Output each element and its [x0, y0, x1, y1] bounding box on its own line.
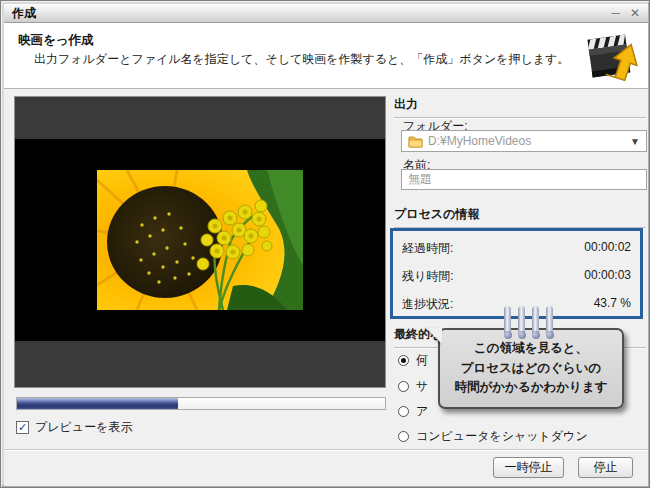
sunflower-frame-image	[97, 170, 303, 310]
dialog-content: ✓ プレビューを表示 出力 フォルダー: D:¥MyHomeVideos ▼ 名…	[4, 89, 648, 449]
minimize-icon[interactable]: ─	[611, 7, 620, 19]
tooltip-line-1: この領域を見ると、	[474, 339, 588, 358]
radio-icon[interactable]	[398, 381, 409, 392]
video-preview-area	[14, 96, 386, 388]
header-title: 映画をっ作成	[18, 32, 94, 49]
progress-status-label: 進捗状況:	[402, 296, 453, 313]
remaining-time-row: 残り時間: 00:00:03	[402, 268, 631, 285]
elapsed-time-label: 経過時間:	[402, 240, 453, 257]
coil-icon	[518, 306, 525, 336]
tooltip-callout: この領域を見ると、 プロセスはどのぐらいの 時間がかかるかわかります	[438, 328, 624, 409]
elapsed-time-value: 00:00:02	[584, 240, 631, 257]
title-bar: 作成 ─ ✕	[4, 4, 648, 23]
radio-option-2-label: サ	[416, 378, 428, 395]
close-icon[interactable]: ✕	[630, 7, 640, 19]
chevron-down-icon[interactable]: ▼	[630, 136, 640, 147]
folder-path-value: D:¥MyHomeVideos	[428, 134, 625, 148]
show-preview-row[interactable]: ✓ プレビューを表示	[16, 419, 132, 436]
tooltip-line-2: プロセスはどのぐらいの	[461, 359, 602, 378]
radio-option-1-label: 何	[416, 352, 428, 369]
process-info-section-title: プロセスの情報	[394, 206, 646, 228]
header-subtitle: 出力フォルダーとファイル名を指定して、そして映画を作製すると、「作成」ボタンを押…	[34, 51, 569, 68]
stop-button[interactable]: 停止	[578, 457, 633, 478]
pause-button[interactable]: 一時停止	[493, 457, 564, 478]
movie-name-value: 無題	[408, 171, 432, 188]
letterbox-top	[15, 97, 385, 139]
remaining-time-value: 00:00:03	[584, 268, 631, 285]
coil-icon	[546, 306, 553, 336]
elapsed-time-row: 経過時間: 00:00:02	[402, 240, 631, 257]
radio-icon[interactable]	[398, 355, 409, 366]
radio-option-1[interactable]: 何	[398, 352, 428, 369]
letterbox-bottom	[15, 341, 385, 387]
radio-option-3-label: ア	[416, 403, 428, 420]
folder-icon	[408, 135, 423, 148]
tooltip-staple-coils	[504, 306, 553, 336]
encode-progress-bar	[16, 397, 386, 410]
show-preview-checkbox[interactable]: ✓	[16, 421, 29, 434]
movie-create-icon	[580, 27, 638, 88]
create-movie-dialog: 作成 ─ ✕ 映画をっ作成 出力フォルダーとファイル名を指定して、そして映画を作…	[0, 0, 650, 488]
dialog-header: 映画をっ作成 出力フォルダーとファイル名を指定して、そして映画を作製すると、「作…	[4, 23, 648, 89]
tooltip-line-3: 時間がかかるかわかります	[455, 378, 608, 397]
output-folder-dropdown[interactable]: D:¥MyHomeVideos ▼	[401, 130, 647, 152]
movie-name-input[interactable]: 無題	[401, 169, 647, 190]
check-icon: ✓	[18, 422, 27, 433]
tooltip-folded-corner	[426, 328, 442, 344]
radio-option-3[interactable]: ア	[398, 403, 428, 420]
dialog-footer: 一時停止 停止	[4, 449, 648, 486]
output-section-title: 出力	[394, 96, 646, 118]
radio-option-shutdown[interactable]: コンピュータをシャットダウン	[398, 428, 588, 445]
progress-status-value: 43.7 %	[594, 296, 631, 313]
window-title: 作成	[12, 5, 36, 22]
coil-icon	[532, 306, 539, 336]
radio-option-shutdown-label: コンピュータをシャットダウン	[416, 428, 588, 445]
progress-bar-fill	[17, 398, 178, 409]
show-preview-label: プレビューを表示	[35, 419, 132, 436]
coil-icon	[504, 306, 511, 336]
remaining-time-label: 残り時間:	[402, 268, 454, 285]
radio-option-2[interactable]: サ	[398, 378, 428, 395]
radio-icon[interactable]	[398, 431, 409, 442]
radio-icon[interactable]	[398, 406, 409, 417]
